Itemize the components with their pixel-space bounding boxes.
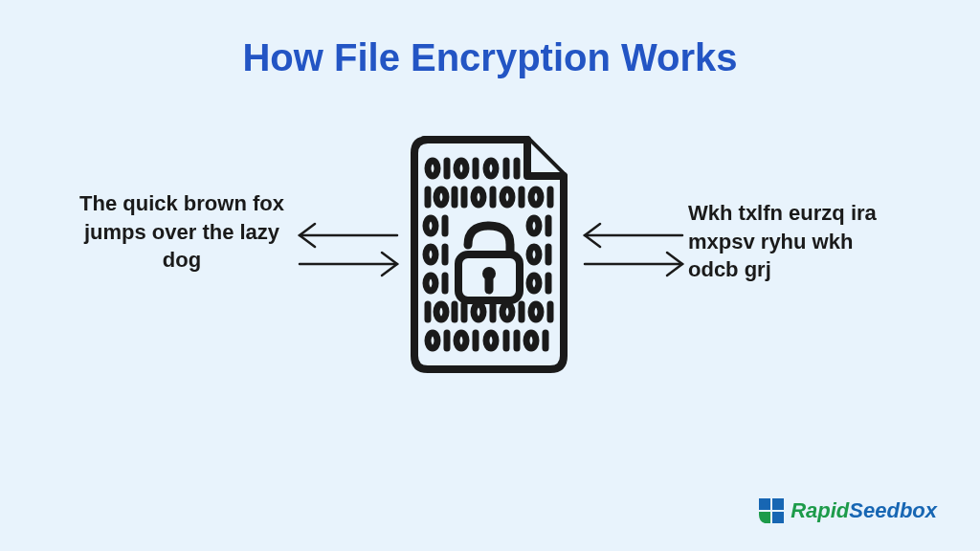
brand-logo: RapidSeedbox [758,497,937,524]
svg-point-29 [529,276,539,291]
svg-point-35 [474,304,483,320]
logo-text-seedbox: Seedbox [849,498,937,522]
svg-point-21 [529,218,539,233]
bidirectional-arrows-right [575,218,690,289]
logo-mark-icon [758,497,785,524]
svg-rect-55 [759,498,770,510]
svg-point-39 [531,304,541,320]
svg-point-41 [428,333,437,348]
svg-point-27 [426,276,435,291]
svg-rect-57 [772,512,784,523]
logo-text: RapidSeedbox [791,498,937,523]
svg-point-45 [486,333,496,348]
encryption-diagram: The quick brown fox jumps over the lazy … [0,108,980,491]
diagram-title: How File Encryption Works [0,0,980,79]
bidirectional-arrows-left [290,218,405,289]
svg-point-48 [526,333,536,348]
svg-point-19 [426,218,435,233]
svg-point-10 [436,189,446,205]
svg-point-4 [457,161,466,176]
svg-point-6 [486,161,496,176]
plaintext-label: The quick brown fox jumps over the lazy … [67,189,297,275]
svg-point-32 [436,304,446,320]
svg-point-17 [531,189,541,205]
svg-rect-56 [772,498,784,510]
svg-point-23 [426,247,435,262]
ciphertext-label: Wkh txlfn eurzq ira mxpsv ryhu wkh odcb … [688,199,903,284]
svg-point-15 [502,189,512,205]
encrypted-file-icon [399,132,581,380]
svg-point-13 [474,189,483,205]
svg-point-25 [529,247,539,262]
svg-point-2 [428,161,437,176]
logo-text-rapid: Rapid [791,498,849,522]
svg-point-43 [457,333,466,348]
svg-point-37 [502,304,512,320]
